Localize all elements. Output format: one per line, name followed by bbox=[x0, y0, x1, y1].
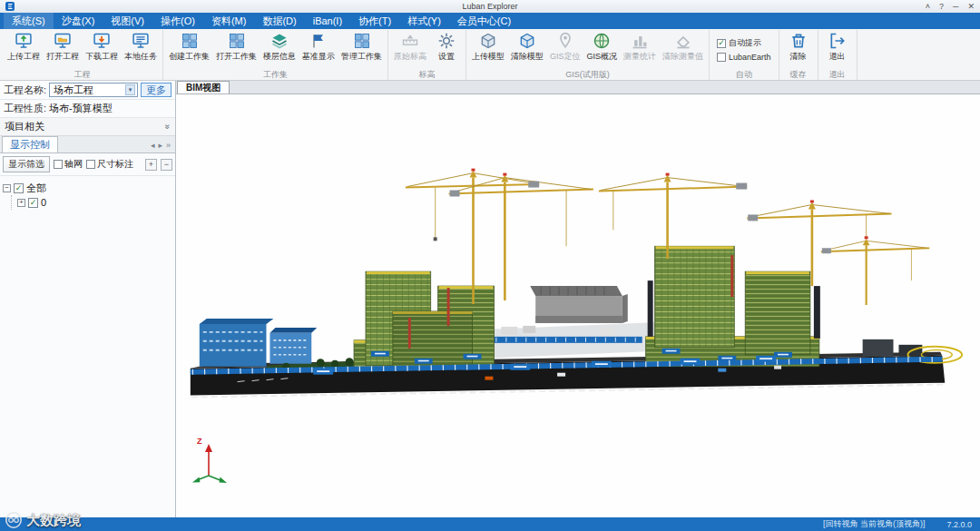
help-icon[interactable]: ? bbox=[939, 0, 944, 13]
clear-measure-button: 清除测量值 bbox=[660, 30, 706, 63]
tab-scroll-end-icon[interactable]: » bbox=[166, 141, 171, 150]
upload-project-button[interactable]: 上传工程 bbox=[5, 30, 43, 63]
datum-display-button[interactable]: 基准显示 bbox=[299, 30, 338, 63]
ribbon-group-exit: 退出 退出 bbox=[818, 30, 858, 80]
menu-item-collaboration[interactable]: 协作(T) bbox=[350, 13, 399, 29]
button-label: 测量统计 bbox=[623, 51, 656, 63]
button-label: 管理工作集 bbox=[341, 51, 382, 63]
expand-all-button[interactable]: + bbox=[145, 159, 157, 171]
dimension-checkbox[interactable]: 尺寸标注 bbox=[86, 158, 133, 171]
checkbox-label: 尺寸标注 bbox=[97, 158, 133, 171]
tab-scroll-left-icon[interactable]: ◂ bbox=[151, 141, 155, 150]
tab-scroll-right-icon[interactable]: ▸ bbox=[158, 141, 162, 150]
checkbox-box bbox=[717, 53, 726, 62]
close-icon[interactable]: ✕ bbox=[967, 0, 975, 13]
gis-globe-icon bbox=[593, 32, 611, 50]
clear-model-button[interactable]: 清除模型 bbox=[508, 30, 546, 63]
document-tab-strip: BIM视图 bbox=[176, 81, 980, 94]
button-label: 原始标高 bbox=[394, 51, 426, 63]
button-label: 本地任务 bbox=[124, 51, 157, 63]
ribbon: 上传工程 打开工程 下载工程 本地任务 工程 创建工作集 bbox=[0, 29, 980, 81]
tree-item-all[interactable]: − ✓ 全部 bbox=[3, 181, 172, 195]
watermark: 大数跨境 bbox=[5, 511, 81, 529]
local-task-button[interactable]: 本地任务 bbox=[122, 30, 160, 63]
manage-workset-button[interactable]: 管理工作集 bbox=[338, 30, 385, 63]
menu-item-style[interactable]: 样式(Y) bbox=[399, 13, 449, 29]
tree-item-label: 0 bbox=[41, 197, 46, 208]
settings-button[interactable]: 设置 bbox=[430, 30, 463, 63]
manage-workset-icon bbox=[353, 32, 371, 50]
ribbon-group-project: 上传工程 打开工程 下载工程 本地任务 工程 bbox=[2, 30, 163, 80]
collapse-all-button[interactable]: − bbox=[161, 159, 172, 171]
view-hint-text: [回转视角 当前视角(顶视角)] bbox=[823, 518, 926, 530]
button-label: 基准显示 bbox=[302, 51, 335, 63]
auto-tip-checkbox[interactable]: ✓ 自动提示 bbox=[717, 37, 771, 49]
menu-item-member-center[interactable]: 会员中心(C) bbox=[449, 13, 519, 29]
gis-overview-button[interactable]: GIS概况 bbox=[584, 30, 621, 63]
project-type-row: 工程性质: 场布-预算模型 bbox=[0, 100, 175, 118]
button-label: 楼层信息 bbox=[263, 51, 296, 63]
display-toolbar: 显示筛选 轴网 尺寸标注 + − bbox=[0, 153, 175, 176]
project-name-select[interactable]: 场布工程 ▾ bbox=[49, 83, 138, 97]
clear-cache-button[interactable]: 清除 bbox=[782, 30, 815, 63]
checkbox-label: 轴网 bbox=[64, 158, 83, 171]
upload-model-button[interactable]: 上传模型 bbox=[469, 30, 507, 63]
menu-item-operation[interactable]: 操作(O) bbox=[152, 13, 203, 29]
menu-item-view[interactable]: 视图(V) bbox=[103, 13, 152, 29]
upload-model-icon bbox=[479, 32, 497, 50]
tree-expand-icon[interactable]: + bbox=[17, 199, 25, 207]
minimize-icon[interactable]: ─ bbox=[953, 0, 958, 13]
tree-item-0[interactable]: + ✓ 0 bbox=[17, 195, 172, 210]
open-workset-button[interactable]: 打开工作集 bbox=[213, 30, 260, 63]
button-label: 上传工程 bbox=[7, 51, 40, 63]
download-project-button[interactable]: 下载工程 bbox=[83, 30, 121, 63]
button-label: 清除 bbox=[790, 51, 807, 63]
button-label: 下载工程 bbox=[85, 51, 118, 63]
button-label: GIS概况 bbox=[587, 51, 618, 63]
viewport-3d[interactable]: Z bbox=[176, 94, 980, 517]
menu-item-iban[interactable]: iBan(I) bbox=[305, 13, 350, 29]
exit-button[interactable]: 退出 bbox=[821, 30, 854, 63]
more-button[interactable]: 更多 bbox=[141, 83, 172, 97]
tab-bim-view[interactable]: BIM视图 bbox=[177, 81, 230, 93]
ribbon-group-gis: 上传模型 清除模型 GIS定位 GIS概况 测量统计 清除测量值 bbox=[466, 30, 710, 80]
upload-project-icon bbox=[15, 32, 33, 50]
axis-grid-checkbox[interactable]: 轴网 bbox=[54, 158, 83, 171]
ribbon-group-label: 标高 bbox=[391, 69, 463, 80]
open-project-button[interactable]: 打开工程 bbox=[44, 30, 82, 63]
watermark-text: 大数跨境 bbox=[26, 512, 81, 529]
create-workset-button[interactable]: 创建工作集 bbox=[166, 30, 212, 63]
display-filter-button[interactable]: 显示筛选 bbox=[3, 156, 50, 172]
tree-checkbox[interactable]: ✓ bbox=[14, 183, 24, 193]
ribbon-group-label: 工程 bbox=[5, 69, 160, 80]
eraser-icon bbox=[674, 32, 692, 50]
tree-collapse-icon[interactable]: − bbox=[3, 184, 11, 192]
watermark-logo-icon bbox=[5, 511, 23, 529]
check-icon: ✓ bbox=[15, 184, 23, 192]
bim-3d-scene[interactable] bbox=[176, 94, 980, 517]
lubanearth-checkbox[interactable]: LubanEarth bbox=[717, 53, 771, 62]
button-label: 创建工作集 bbox=[169, 51, 210, 63]
button-label: 打开工程 bbox=[46, 51, 79, 63]
chevron-down-icon[interactable]: ▾ bbox=[125, 84, 135, 95]
menu-bar: 系统(S) 沙盘(X) 视图(V) 操作(O) 资料(M) 数据(D) iBan… bbox=[0, 13, 980, 29]
menu-item-system[interactable]: 系统(S) bbox=[4, 13, 54, 29]
floor-info-button[interactable]: 楼层信息 bbox=[260, 30, 299, 63]
menu-item-sandbox[interactable]: 沙盘(X) bbox=[54, 13, 103, 29]
tree-checkbox[interactable]: ✓ bbox=[28, 198, 38, 208]
menu-item-data[interactable]: 数据(D) bbox=[254, 13, 304, 29]
project-name-value: 场布工程 bbox=[54, 84, 125, 97]
project-related-section[interactable]: 项目相关 » bbox=[0, 118, 175, 136]
checkbox-box bbox=[54, 160, 63, 169]
ribbon-collapse-icon[interactable]: ˄ bbox=[926, 0, 930, 13]
collapse-chevron-icon[interactable]: » bbox=[163, 124, 173, 130]
ribbon-group-label: 自动 bbox=[712, 69, 776, 80]
tab-display-control[interactable]: 显示控制 bbox=[2, 136, 58, 152]
project-type-label: 工程性质: bbox=[4, 102, 46, 115]
status-bar: [回转视角 当前视角(顶视角)] 7.2.0.0 bbox=[0, 517, 980, 531]
menu-item-material[interactable]: 资料(M) bbox=[203, 13, 255, 29]
panel-tab-strip: 显示控制 ◂ ▸ » bbox=[0, 136, 175, 153]
button-label: 清除模型 bbox=[511, 51, 544, 63]
project-type-value: 场布-预算模型 bbox=[49, 102, 113, 115]
gear-icon bbox=[437, 32, 456, 50]
